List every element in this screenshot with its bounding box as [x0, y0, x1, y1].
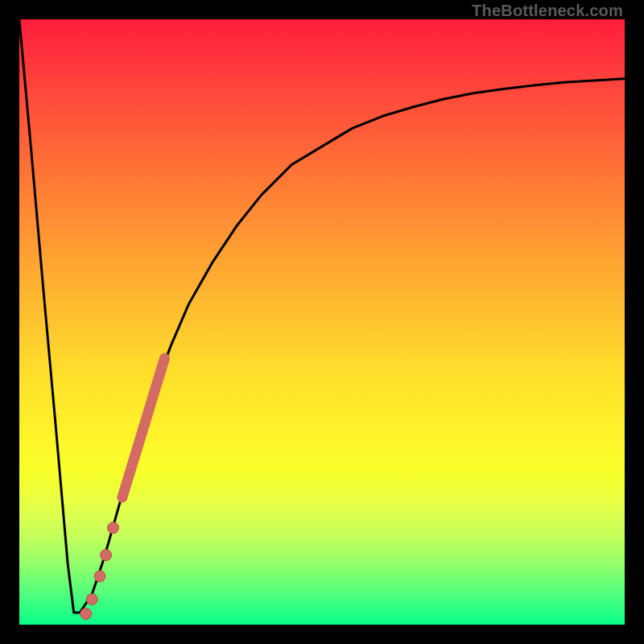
bottleneck-curve-svg: [19, 19, 625, 625]
plot-area: [19, 19, 625, 625]
dot-5: [80, 608, 92, 619]
segment-thick: [122, 358, 165, 497]
watermark-text: TheBottleneck.com: [472, 2, 623, 20]
dot-1: [108, 522, 119, 534]
marker-layer: [80, 358, 165, 619]
dot-2: [101, 550, 112, 561]
dot-4: [86, 593, 97, 605]
chart-frame: TheBottleneck.com: [0, 0, 644, 644]
dot-3: [94, 571, 105, 582]
